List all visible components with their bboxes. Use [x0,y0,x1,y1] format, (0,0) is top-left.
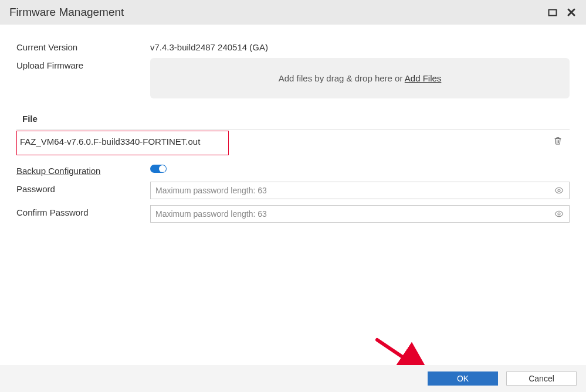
uploaded-file-name: FAZ_VM64-v7.6.0.F-build3340-FORTINET.out [20,137,200,146]
ok-button[interactable]: OK [428,371,498,386]
title-bar: Firmware Management [0,0,586,25]
label-password: Password [16,182,150,194]
svg-point-1 [558,189,560,192]
label-confirm-password: Confirm Password [16,205,150,217]
label-file-header: File [22,114,570,124]
content-area: Current Version v7.4.3-build2487 240514 … [0,25,586,223]
cancel-button[interactable]: Cancel [506,371,577,386]
close-icon[interactable] [566,7,577,18]
password-eye-icon[interactable] [554,186,564,195]
label-upload-firmware: Upload Firmware [16,58,150,70]
row-password: Password [16,182,570,199]
password-input-wrap [150,182,570,199]
row-current-version: Current Version v7.4.3-build2487 240514 … [16,40,570,52]
file-table: FAZ_VM64-v7.6.0.F-build3340-FORTINET.out [16,129,570,153]
label-backup-config: Backup Configuration [16,163,150,176]
label-current-version: Current Version [16,40,150,52]
row-backup-config: Backup Configuration [16,163,570,176]
row-upload-firmware: Upload Firmware Add files by drag & drop… [16,58,570,98]
svg-point-2 [558,213,560,215]
confirm-password-input[interactable] [155,209,554,219]
title-bar-actions [547,7,577,18]
uploaded-file-name-text: FAZ_VM64-v7.6.0.F-build3340-FORTINET.out [20,137,200,146]
file-row: FAZ_VM64-v7.6.0.F-build3340-FORTINET.out [16,130,570,153]
add-files-link[interactable]: Add Files [405,73,442,83]
value-current-version: v7.4.3-build2487 240514 (GA) [150,40,570,52]
password-input[interactable] [155,186,554,195]
row-confirm-password: Confirm Password [16,205,570,223]
page-title: Firmware Management [9,6,124,19]
svg-rect-0 [549,10,557,16]
footer-bar: OK Cancel [0,365,586,392]
confirm-password-input-wrap [150,205,570,223]
dropzone-text: Add files by drag & drop here or [279,73,405,83]
maximize-icon[interactable] [547,7,558,18]
confirm-password-eye-icon[interactable] [554,209,564,219]
upload-dropzone[interactable]: Add files by drag & drop here or Add Fil… [150,58,570,98]
delete-file-icon[interactable] [553,136,563,147]
toggle-backup-config[interactable] [150,165,167,173]
